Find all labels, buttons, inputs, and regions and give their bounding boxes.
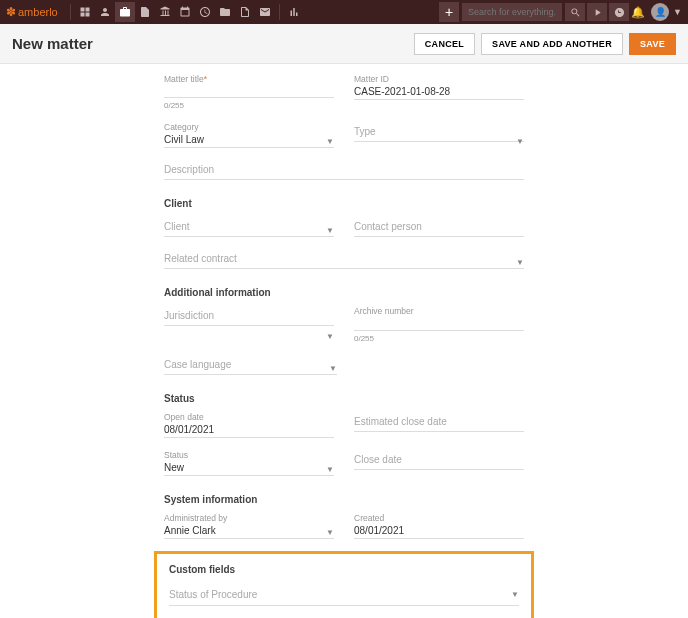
dashboard-icon[interactable] [75, 2, 95, 22]
chevron-down-icon: ▼ [326, 332, 334, 341]
open-date-field[interactable]: Open date 08/01/2021 [164, 412, 334, 442]
notifications-icon[interactable]: 🔔 [631, 6, 645, 19]
matter-title-counter: 0/255 [164, 101, 184, 110]
close-date-field[interactable]: Close date [354, 450, 524, 480]
timer-icon[interactable] [609, 3, 629, 21]
save-button[interactable]: SAVE [629, 33, 676, 55]
archive-counter: 0/255 [354, 334, 374, 343]
administrated-by-field[interactable]: Administrated by Annie Clark ▼ [164, 513, 334, 543]
client-section-title: Client [164, 198, 524, 209]
top-nav: ✽ amberlo + 🔔 👤 ▼ [0, 0, 688, 24]
search-input[interactable] [468, 7, 556, 17]
custom-fields-title: Custom fields [169, 564, 519, 575]
cancel-button[interactable]: CANCEL [414, 33, 475, 55]
created-field: Created 08/01/2021 [354, 513, 524, 543]
chevron-down-icon: ▼ [511, 590, 519, 599]
archive-number-field[interactable]: Archive number 0/255 [354, 306, 524, 346]
nav-icons [75, 2, 304, 22]
calendar-icon[interactable] [175, 2, 195, 22]
contacts-icon[interactable] [95, 2, 115, 22]
logo-text: amberlo [18, 6, 58, 18]
estimated-close-date-field[interactable]: Estimated close date [354, 412, 524, 442]
documents-icon[interactable] [135, 2, 155, 22]
form-content: Matter title* 0/255 Matter ID CASE-2021-… [0, 64, 688, 618]
search-icon[interactable] [565, 3, 585, 21]
reports-icon[interactable] [284, 2, 304, 22]
mail-icon[interactable] [255, 2, 275, 22]
time-icon[interactable] [195, 2, 215, 22]
play-icon[interactable] [587, 3, 607, 21]
logo-icon: ✽ [6, 5, 16, 19]
status-section-title: Status [164, 393, 524, 404]
search-box[interactable] [462, 3, 562, 21]
status-field[interactable]: Status New ▼ [164, 450, 334, 480]
additional-section-title: Additional information [164, 287, 524, 298]
folder-icon[interactable] [215, 2, 235, 22]
matter-title-field[interactable]: Matter title* 0/255 [164, 74, 334, 114]
avatar[interactable]: 👤 [651, 3, 669, 21]
custom-fields-box: Custom fields Status of Procedure ▼ Emai… [154, 551, 534, 618]
invoice-icon[interactable] [235, 2, 255, 22]
type-field[interactable]: Type ▼ [354, 122, 524, 152]
page-title: New matter [12, 35, 93, 52]
status-of-procedure-field[interactable]: Status of Procedure ▼ [169, 583, 519, 606]
related-contract-field[interactable]: Related contract ▼ [164, 249, 524, 273]
court-icon[interactable] [155, 2, 175, 22]
system-section-title: System information [164, 494, 524, 505]
jurisdiction-field[interactable]: Jurisdiction ▼ [164, 306, 334, 346]
save-add-another-button[interactable]: SAVE AND ADD ANOTHER [481, 33, 623, 55]
case-language-field[interactable]: Case language ▼ [164, 355, 337, 379]
contact-person-field[interactable]: Contact person [354, 217, 524, 241]
page-header: New matter CANCEL SAVE AND ADD ANOTHER S… [0, 24, 688, 64]
chevron-down-icon[interactable]: ▼ [673, 7, 682, 17]
matter-id-field: Matter ID CASE-2021-01-08-28 [354, 74, 524, 114]
add-button[interactable]: + [439, 2, 459, 22]
description-field[interactable]: Description [164, 160, 524, 184]
client-field[interactable]: Client ▼ [164, 217, 334, 241]
matters-icon[interactable] [115, 2, 135, 22]
logo[interactable]: ✽ amberlo [6, 5, 58, 19]
category-field[interactable]: Category Civil Law ▼ [164, 122, 334, 152]
